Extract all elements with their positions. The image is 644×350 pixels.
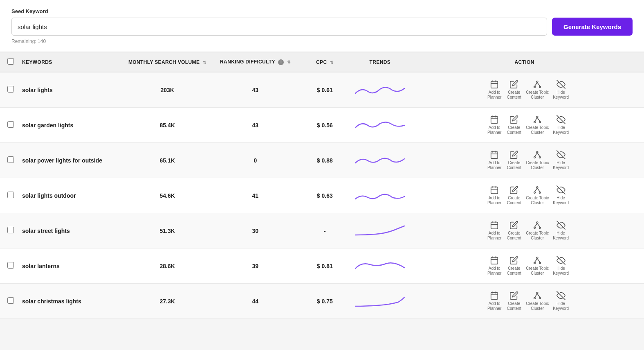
row-checkbox-cell bbox=[0, 178, 18, 213]
cpc-sort-icon[interactable]: ⇅ bbox=[330, 60, 333, 65]
row-volume: 54.6K bbox=[124, 178, 210, 213]
create-content-button[interactable]: CreateContent bbox=[506, 80, 522, 100]
add-to-planner-button[interactable]: Add toPlanner bbox=[487, 256, 502, 276]
create-content-button[interactable]: CreateContent bbox=[506, 221, 522, 241]
header-cpc: CPC ⇅ bbox=[300, 52, 349, 72]
calendar-icon bbox=[490, 221, 499, 230]
add-to-planner-button[interactable]: Add toPlanner bbox=[487, 150, 502, 170]
table-row: solar christmas lights27.3K44$ 0.75 Add … bbox=[0, 284, 644, 319]
header-volume: MONTHLY SEARCH VOLUME ⇅ bbox=[124, 52, 210, 72]
cluster-icon bbox=[533, 115, 542, 124]
row-difficulty: 30 bbox=[210, 213, 300, 248]
trend-chart bbox=[353, 222, 406, 240]
row-keyword: solar lights outdoor bbox=[18, 178, 124, 213]
add-to-planner-button[interactable]: Add toPlanner bbox=[487, 80, 502, 100]
hide-keyword-button[interactable]: HideKeyword bbox=[553, 150, 569, 170]
add-to-planner-button[interactable]: Add toPlanner bbox=[487, 221, 502, 241]
row-checkbox[interactable] bbox=[7, 192, 14, 198]
svg-line-48 bbox=[537, 223, 540, 227]
add-planner-label: Add toPlanner bbox=[487, 125, 501, 135]
row-difficulty: 41 bbox=[210, 178, 300, 213]
row-checkbox[interactable] bbox=[7, 121, 14, 128]
edit-icon bbox=[509, 185, 518, 194]
row-checkbox[interactable] bbox=[7, 297, 14, 304]
add-to-planner-button[interactable]: Add toPlanner bbox=[487, 185, 502, 205]
create-content-button[interactable]: CreateContent bbox=[506, 291, 522, 311]
row-keyword: solar garden lights bbox=[18, 108, 124, 143]
hide-keyword-button[interactable]: HideKeyword bbox=[553, 291, 569, 311]
hide-keyword-button[interactable]: HideKeyword bbox=[553, 80, 569, 100]
row-checkbox[interactable] bbox=[7, 156, 14, 163]
hide-keyword-label: HideKeyword bbox=[553, 90, 569, 100]
search-row: Generate Keywords bbox=[11, 18, 633, 36]
create-content-button[interactable]: CreateContent bbox=[506, 150, 522, 170]
create-content-label: CreateContent bbox=[507, 125, 521, 135]
edit-icon bbox=[509, 115, 518, 124]
add-planner-label: Add toPlanner bbox=[487, 160, 501, 170]
difficulty-sort-icon[interactable]: ⇅ bbox=[287, 60, 290, 64]
row-keyword: solar christmas lights bbox=[18, 284, 124, 319]
add-to-planner-button[interactable]: Add toPlanner bbox=[487, 115, 502, 135]
create-cluster-label: Create TopicCluster bbox=[526, 301, 549, 311]
svg-rect-30 bbox=[491, 187, 498, 194]
calendar-icon bbox=[490, 150, 499, 159]
row-difficulty: 39 bbox=[210, 248, 300, 284]
row-difficulty: 43 bbox=[210, 108, 300, 143]
hide-keyword-button[interactable]: HideKeyword bbox=[553, 115, 569, 135]
create-topic-cluster-button[interactable]: Create TopicCluster bbox=[526, 80, 549, 100]
create-content-button[interactable]: CreateContent bbox=[506, 185, 522, 205]
row-trend bbox=[349, 178, 411, 213]
seed-input[interactable] bbox=[11, 18, 547, 36]
select-all-checkbox[interactable] bbox=[7, 58, 14, 65]
calendar-icon bbox=[490, 115, 499, 124]
svg-rect-60 bbox=[491, 293, 498, 300]
hide-keyword-label: HideKeyword bbox=[553, 125, 569, 135]
hide-icon bbox=[556, 291, 565, 300]
row-action: Add toPlanner CreateContent Create Topic… bbox=[411, 248, 644, 284]
table-wrapper: KEYWORDS MONTHLY SEARCH VOLUME ⇅ RANKING… bbox=[0, 52, 644, 319]
trend-chart bbox=[353, 151, 406, 169]
create-topic-cluster-button[interactable]: Create TopicCluster bbox=[526, 115, 549, 135]
create-topic-cluster-button[interactable]: Create TopicCluster bbox=[526, 185, 549, 205]
seed-keyword-label: Seed Keyword bbox=[11, 8, 633, 14]
row-trend bbox=[349, 108, 411, 143]
svg-rect-10 bbox=[491, 117, 498, 124]
hide-keyword-button[interactable]: HideKeyword bbox=[553, 256, 569, 276]
create-content-button[interactable]: CreateContent bbox=[506, 256, 522, 276]
row-checkbox[interactable] bbox=[7, 86, 14, 93]
trend-chart bbox=[353, 187, 406, 205]
row-checkbox[interactable] bbox=[7, 262, 14, 269]
cluster-icon bbox=[533, 150, 542, 159]
hide-keyword-button[interactable]: HideKeyword bbox=[553, 185, 569, 205]
row-checkbox[interactable] bbox=[7, 227, 14, 233]
header-action: ACTION bbox=[411, 52, 644, 72]
create-topic-cluster-button[interactable]: Create TopicCluster bbox=[526, 256, 549, 276]
create-topic-cluster-button[interactable]: Create TopicCluster bbox=[526, 150, 549, 170]
svg-line-27 bbox=[535, 153, 537, 156]
svg-line-8 bbox=[537, 82, 540, 86]
svg-line-17 bbox=[535, 117, 537, 121]
create-content-label: CreateContent bbox=[507, 160, 521, 170]
create-content-button[interactable]: CreateContent bbox=[506, 115, 522, 135]
generate-keywords-button[interactable]: Generate Keywords bbox=[552, 18, 633, 36]
create-topic-cluster-button[interactable]: Create TopicCluster bbox=[526, 221, 549, 241]
header-trends: TRENDS bbox=[349, 52, 411, 72]
edit-icon bbox=[509, 256, 518, 265]
cluster-icon bbox=[533, 256, 542, 265]
create-topic-cluster-button[interactable]: Create TopicCluster bbox=[526, 291, 549, 311]
hide-keyword-label: HideKeyword bbox=[553, 301, 569, 311]
volume-sort-icon[interactable]: ⇅ bbox=[203, 60, 206, 65]
row-cpc: - bbox=[300, 213, 349, 248]
row-difficulty: 43 bbox=[210, 72, 300, 108]
calendar-icon bbox=[490, 256, 499, 265]
row-trend bbox=[349, 143, 411, 178]
svg-rect-0 bbox=[491, 81, 498, 88]
header-difficulty: RANKING DIFFICULTY i ⇅ bbox=[210, 52, 300, 72]
cluster-icon bbox=[533, 221, 542, 230]
difficulty-info-icon: i bbox=[278, 59, 284, 65]
add-planner-label: Add toPlanner bbox=[487, 196, 501, 205]
add-to-planner-button[interactable]: Add toPlanner bbox=[487, 291, 502, 311]
hide-keyword-button[interactable]: HideKeyword bbox=[553, 221, 569, 241]
row-cpc: $ 0.88 bbox=[300, 143, 349, 178]
row-volume: 203K bbox=[124, 72, 210, 108]
